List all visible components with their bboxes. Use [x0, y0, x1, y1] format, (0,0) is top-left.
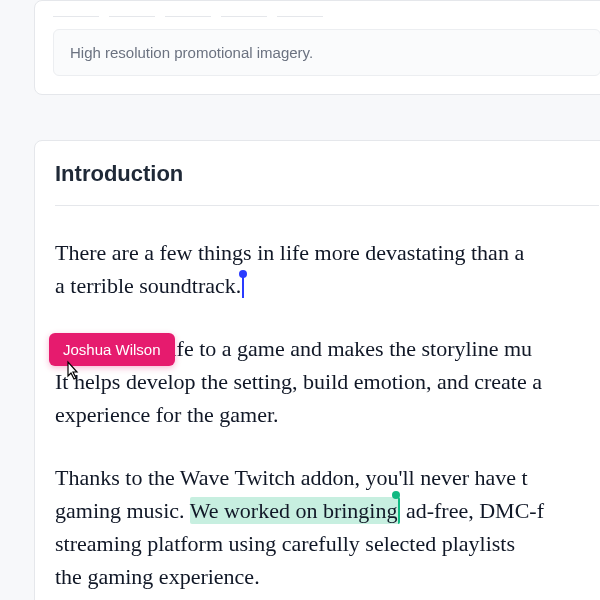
text-caret	[242, 276, 244, 298]
text: a terrible soundtrack.	[55, 273, 241, 298]
document-section: Introduction There are a few things in l…	[34, 140, 600, 600]
pointer-cursor-icon	[62, 360, 82, 384]
text: Thanks to the Wave Twitch addon, you'll …	[55, 465, 528, 490]
text: It helps develop the setting, build emot…	[55, 369, 542, 394]
text: ad-free, DMC-f	[400, 498, 544, 523]
thumbnail[interactable]	[277, 11, 323, 17]
highlighted-text[interactable]: We worked on bringing	[190, 497, 401, 524]
media-card: High resolution promotional imagery.	[34, 0, 600, 95]
thumbnail-row	[35, 11, 600, 29]
thumbnail[interactable]	[109, 11, 155, 17]
text: the gaming experience.	[55, 564, 260, 589]
paragraph[interactable]: There are a few things in life more deva…	[55, 236, 599, 302]
paragraph[interactable]: Thanks to the Wave Twitch addon, you'll …	[55, 461, 599, 593]
media-caption[interactable]: High resolution promotional imagery.	[53, 29, 600, 76]
text: streaming platform using carefully selec…	[55, 531, 515, 556]
thumbnail[interactable]	[221, 11, 267, 17]
text: life to a game and makes the storyline m…	[159, 336, 532, 361]
thumbnail[interactable]	[165, 11, 211, 17]
thumbnail[interactable]	[53, 11, 99, 17]
text: experience for the gamer.	[55, 402, 279, 427]
section-title: Introduction	[55, 161, 599, 206]
text: There are a few things in life more deva…	[55, 240, 524, 265]
text: gaming music.	[55, 498, 190, 523]
